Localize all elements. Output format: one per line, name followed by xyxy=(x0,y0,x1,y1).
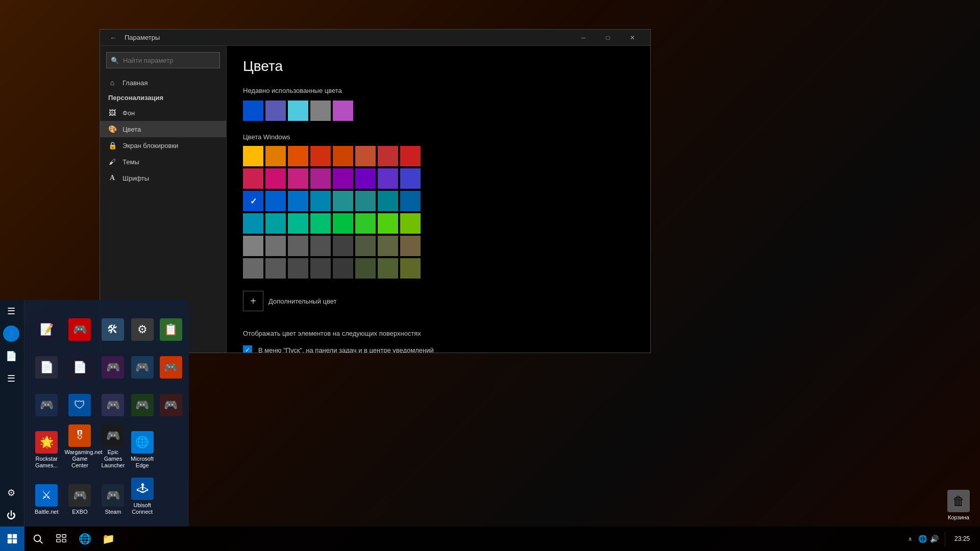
windows-color-45[interactable] xyxy=(355,258,376,279)
windows-color-29[interactable] xyxy=(355,213,376,234)
sidebar-item-colors[interactable]: 🎨 Цвета xyxy=(100,121,226,137)
app-tile-epic[interactable]: 🎮Epic Games Launcher xyxy=(99,421,127,472)
app-tile-settings2[interactable]: ⚙ xyxy=(129,308,156,344)
windows-color-11[interactable] xyxy=(310,168,331,189)
checkbox-startmenu[interactable] xyxy=(243,345,252,353)
recent-color-0[interactable] xyxy=(243,101,263,121)
add-color-button[interactable]: + Дополнительный цвет xyxy=(243,289,634,313)
app-tile-app8[interactable]: 🎮 xyxy=(99,346,127,382)
windows-color-7[interactable] xyxy=(400,146,421,166)
start-menu-user-icon[interactable]: 👤 xyxy=(1,323,21,344)
sidebar-item-home[interactable]: ⌂ Главная xyxy=(100,74,226,91)
windows-color-42[interactable] xyxy=(288,258,308,279)
recent-color-2[interactable] xyxy=(288,101,308,121)
windows-color-15[interactable] xyxy=(400,168,421,189)
windows-color-30[interactable] xyxy=(378,213,398,234)
windows-color-18[interactable] xyxy=(288,191,308,211)
windows-color-40[interactable] xyxy=(243,258,263,279)
app-tile-app15[interactable]: 🎮 xyxy=(158,384,184,419)
sidebar-item-themes[interactable]: 🖌 Темы xyxy=(100,154,226,170)
app-tile-app10[interactable]: 🎮 xyxy=(158,346,184,382)
windows-color-1[interactable] xyxy=(265,146,286,166)
windows-color-6[interactable] xyxy=(378,146,398,166)
windows-color-44[interactable] xyxy=(333,258,353,279)
taskbar-settings-app[interactable]: ⚙ xyxy=(120,528,143,550)
windows-color-26[interactable] xyxy=(288,213,308,234)
windows-color-9[interactable] xyxy=(265,168,286,189)
recent-color-1[interactable] xyxy=(265,101,286,121)
recycle-bin[interactable]: 🗑 Корзина xyxy=(947,490,970,520)
tray-volume-icon[interactable]: 🔊 xyxy=(929,534,940,544)
start-menu-settings[interactable]: ⚙ xyxy=(1,483,21,503)
app-tile-app9[interactable]: 🎮 xyxy=(129,346,156,382)
tray-network-icon[interactable]: 🌐 xyxy=(917,534,928,544)
search-box[interactable]: 🔍 xyxy=(106,52,220,68)
windows-color-13[interactable] xyxy=(355,168,376,189)
windows-color-38[interactable] xyxy=(378,236,398,256)
windows-color-2[interactable] xyxy=(288,146,308,166)
app-tile-steam[interactable]: 🎮Steam xyxy=(99,474,127,518)
windows-color-14[interactable] xyxy=(378,168,398,189)
windows-color-5[interactable] xyxy=(355,146,376,166)
minimize-button[interactable]: ─ xyxy=(572,30,595,46)
taskbar-taskview[interactable] xyxy=(50,528,72,550)
windows-color-8[interactable] xyxy=(243,168,263,189)
windows-color-27[interactable] xyxy=(310,213,331,234)
windows-color-19[interactable] xyxy=(310,191,331,211)
app-tile-app11[interactable]: 🎮 xyxy=(33,384,60,419)
windows-color-3[interactable] xyxy=(310,146,331,166)
windows-color-24[interactable] xyxy=(243,213,263,234)
app-tile-ubisoft[interactable]: 🕹Ubisoft Connect xyxy=(129,474,156,518)
windows-color-41[interactable] xyxy=(265,258,286,279)
app-tile-green[interactable]: 📋 xyxy=(158,308,184,344)
app-tile-docs2[interactable]: 📄 xyxy=(62,346,97,382)
windows-color-43[interactable] xyxy=(310,258,331,279)
recent-color-3[interactable] xyxy=(310,101,331,121)
start-menu-power[interactable]: ⏻ xyxy=(1,505,21,525)
search-input[interactable] xyxy=(123,57,215,64)
app-tile-battlenet[interactable]: ⚔Battle.net xyxy=(33,474,60,518)
taskbar-explorer[interactable]: 📁 xyxy=(97,528,119,550)
windows-color-12[interactable] xyxy=(333,168,353,189)
windows-color-32[interactable] xyxy=(243,236,263,256)
sidebar-item-background[interactable]: 🖼 Фон xyxy=(100,105,226,121)
start-menu-list[interactable]: ☰ xyxy=(1,368,21,389)
windows-color-4[interactable] xyxy=(333,146,353,166)
start-menu-recent-docs[interactable]: 📄 xyxy=(1,346,21,366)
close-button[interactable]: ✕ xyxy=(621,30,644,46)
app-tile-app14[interactable]: 🎮 xyxy=(129,384,156,419)
windows-color-46[interactable] xyxy=(378,258,398,279)
sidebar-item-lockscreen[interactable]: 🔒 Экран блокировки xyxy=(100,137,226,154)
windows-color-17[interactable] xyxy=(265,191,286,211)
tray-expand-button[interactable]: ∧ xyxy=(906,536,914,542)
taskbar-clock[interactable]: 23:25 xyxy=(950,534,974,543)
windows-color-47[interactable] xyxy=(400,258,421,279)
app-tile-app13[interactable]: 🎮 xyxy=(99,384,127,419)
start-button[interactable] xyxy=(0,527,24,551)
windows-color-33[interactable] xyxy=(265,236,286,256)
taskbar-edge[interactable]: 🌐 xyxy=(74,528,96,550)
windows-color-34[interactable] xyxy=(288,236,308,256)
windows-color-28[interactable] xyxy=(333,213,353,234)
windows-color-20[interactable] xyxy=(333,191,353,211)
back-button[interactable]: ← xyxy=(106,31,120,45)
start-menu-hamburger[interactable]: ☰ xyxy=(1,301,21,321)
app-tile-app3[interactable]: 🛠 xyxy=(99,308,127,344)
windows-color-10[interactable] xyxy=(288,168,308,189)
app-tile-wargaming[interactable]: 🎖Wargaming.net Game Center xyxy=(62,421,97,472)
windows-color-31[interactable] xyxy=(400,213,421,234)
app-tile-64[interactable]: 🎮 xyxy=(62,308,97,344)
sidebar-item-fonts[interactable]: A Шрифты xyxy=(100,170,226,186)
app-tile-empty2[interactable] xyxy=(158,474,184,518)
recent-color-4[interactable] xyxy=(333,101,353,121)
windows-color-36[interactable] xyxy=(333,236,353,256)
maximize-button[interactable]: □ xyxy=(596,30,620,46)
windows-color-22[interactable] xyxy=(378,191,398,211)
windows-color-35[interactable] xyxy=(310,236,331,256)
windows-color-16[interactable] xyxy=(243,191,263,211)
app-tile-edge[interactable]: 🌐Microsoft Edge xyxy=(129,421,156,472)
windows-color-0[interactable] xyxy=(243,146,263,166)
app-tile-docs[interactable]: 📄 xyxy=(33,346,60,382)
windows-color-39[interactable] xyxy=(400,236,421,256)
app-tile-rockstar[interactable]: 🌟Rockstar Games... xyxy=(33,421,60,472)
